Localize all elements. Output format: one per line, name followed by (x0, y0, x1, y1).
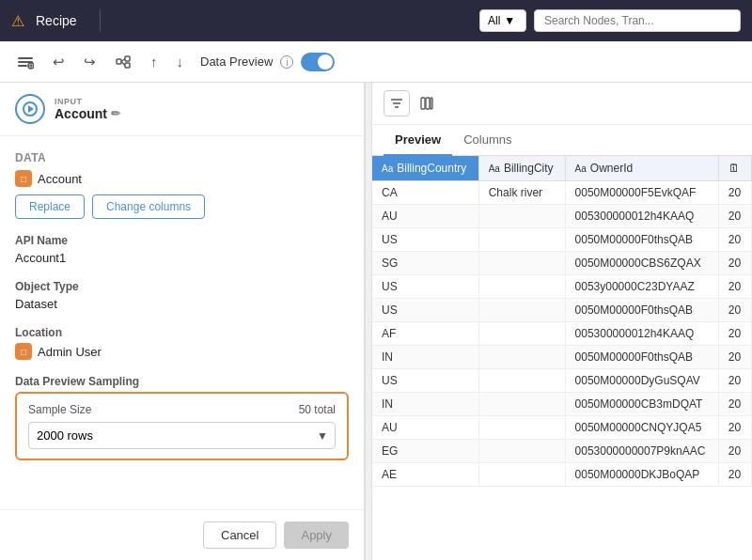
table-cell: 20 (718, 275, 751, 299)
table-cell (478, 205, 565, 228)
filter-icon-button[interactable] (384, 90, 410, 117)
table-row: AU0050M00000CNQYJQA520 (372, 416, 752, 440)
upload-button[interactable]: ↑ (145, 50, 164, 73)
toggle-knob (318, 54, 333, 70)
table-cell: EG (372, 440, 478, 463)
table-row: AU005300000012h4KAAQ20 (372, 205, 752, 228)
col-owner-id[interactable]: AaOwnerId (565, 156, 718, 181)
app-title: Recipe (36, 13, 77, 28)
svg-rect-0 (18, 57, 33, 59)
table-cell: 20 (718, 416, 751, 440)
svg-rect-18 (431, 98, 432, 109)
right-panel: Preview Columns AaBillingCountry AaBilli… (372, 83, 752, 560)
table-cell: AF (372, 322, 478, 346)
download-button[interactable]: ↓ (171, 50, 190, 73)
col-billing-country[interactable]: AaBillingCountry (372, 156, 478, 181)
table-cell (478, 463, 565, 487)
resize-handle[interactable]: ⋮ (365, 83, 372, 560)
table-cell: AU (372, 416, 478, 440)
table-row: US0050M00000F0thsQAB20 (372, 299, 752, 322)
table-cell: 20 (718, 252, 751, 275)
node-button[interactable] (109, 50, 137, 74)
table-cell: 0053y00000C23DYAAZ (565, 275, 718, 299)
table-cell (478, 416, 565, 440)
table-cell: US (372, 275, 478, 299)
table-cell: US (372, 228, 478, 252)
col-extra[interactable]: 🗓 (718, 156, 751, 181)
search-area: All ▼ (479, 9, 741, 32)
table-cell: 005300000012h4KAAQ (565, 322, 718, 346)
cancel-button[interactable]: Cancel (203, 521, 276, 549)
footer-buttons: Cancel Apply (0, 509, 364, 560)
table-cell: 20 (718, 369, 751, 393)
replace-button[interactable]: Replace (15, 194, 85, 219)
table-row: US0050M00000F0thsQAB20 (372, 228, 752, 252)
svg-rect-17 (426, 98, 430, 109)
table-cell (478, 393, 565, 416)
table-cell: US (372, 369, 478, 393)
table-cell: 0050M00000F0thsQAB (565, 228, 718, 252)
col-billing-city[interactable]: AaBillingCity (478, 156, 565, 181)
table-cell: 0053000000007P9knAAC (565, 440, 718, 463)
table-cell: 0050M00000DKJBoQAP (565, 463, 718, 487)
table-cell: 20 (718, 205, 751, 228)
table-row: SG0050M00000CBS6ZQAX20 (372, 252, 752, 275)
table-row: AF005300000012h4KAAQ20 (372, 322, 752, 346)
table-cell: 0050M00000F0thsQAB (565, 346, 718, 369)
admin-icon: □ (15, 343, 32, 360)
table-row: US0053y00000C23DYAAZ20 (372, 275, 752, 299)
table-cell (478, 275, 565, 299)
sample-total: 50 total (299, 403, 336, 416)
table-cell: 20 (718, 181, 751, 205)
table-cell: 0050M00000CNQYJQA5 (565, 416, 718, 440)
svg-rect-2 (18, 65, 27, 67)
table-header-row: AaBillingCountry AaBillingCity AaOwnerId… (372, 156, 752, 181)
left-body: Data □ Account Replace Change columns AP… (0, 136, 364, 509)
input-badge: INPUT (55, 97, 120, 106)
location-section: Location □ Admin User (15, 326, 349, 360)
redo-button[interactable]: ↪ (78, 50, 102, 74)
table-cell: 0050M00000CBS6ZQAX (565, 252, 718, 275)
table-wrapper: AaBillingCountry AaBillingCity AaOwnerId… (372, 156, 752, 560)
data-preview-toggle[interactable] (301, 53, 335, 71)
object-type-value: Dataset (15, 297, 349, 311)
data-section-label: Data (15, 151, 349, 164)
api-name-value: Account1 (15, 251, 349, 265)
table-cell (478, 440, 565, 463)
dropdown-label: All (488, 14, 500, 27)
info-icon[interactable]: i (280, 55, 293, 69)
table-cell: 005300000012h4KAAQ (565, 205, 718, 228)
table-cell: IN (372, 393, 478, 416)
tab-preview[interactable]: Preview (384, 125, 452, 156)
table-cell: 20 (718, 228, 751, 252)
search-dropdown[interactable]: All ▼ (479, 9, 526, 32)
input-meta: INPUT Account ✏ (55, 97, 120, 121)
rows-select[interactable]: 2000 rows (28, 422, 336, 449)
undo-button[interactable]: ↩ (47, 50, 70, 74)
columns-icon-button[interactable] (414, 90, 440, 117)
table-cell: SG (372, 252, 478, 275)
tab-columns[interactable]: Columns (452, 125, 523, 156)
table-cell: CA (372, 181, 478, 205)
add-step-button[interactable] (11, 50, 39, 74)
table-cell (478, 346, 565, 369)
object-type-label: Object Type (15, 280, 349, 293)
location-label: Location (15, 326, 349, 339)
account-value: □ Account (15, 170, 349, 187)
divider (100, 9, 101, 32)
search-input[interactable] (534, 9, 741, 32)
edit-icon[interactable]: ✏ (111, 107, 120, 120)
recipe-icon: ⚠ (11, 12, 24, 30)
change-columns-button[interactable]: Change columns (92, 194, 205, 219)
table-cell (478, 369, 565, 393)
table-cell: IN (372, 346, 478, 369)
table-row: CAChalk river0050M00000F5EvkQAF20 (372, 181, 752, 205)
table-cell: 20 (718, 299, 751, 322)
top-bar: ⚠ Recipe All ▼ (0, 0, 752, 41)
data-table: AaBillingCountry AaBillingCity AaOwnerId… (372, 156, 752, 487)
table-cell (478, 228, 565, 252)
table-row: IN0050M00000F0thsQAB20 (372, 346, 752, 369)
table-cell: AE (372, 463, 478, 487)
table-cell: 20 (718, 346, 751, 369)
table-row: IN0050M00000CB3mDQAT20 (372, 393, 752, 416)
